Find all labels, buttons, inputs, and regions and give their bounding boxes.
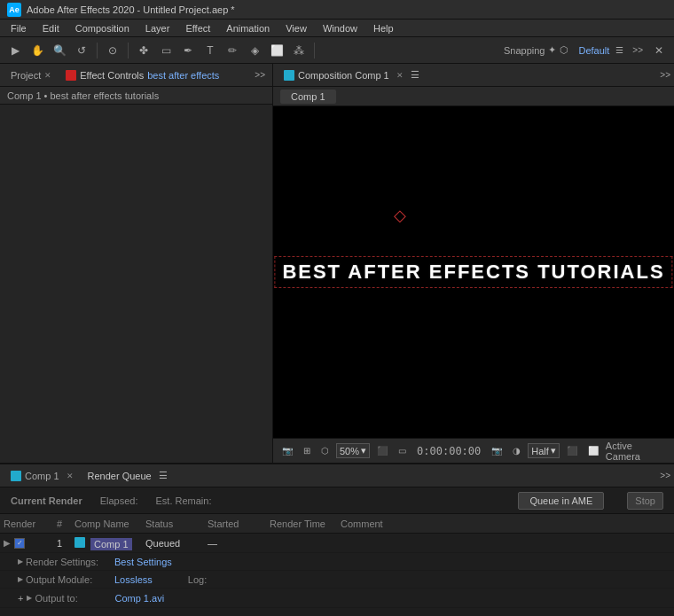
project-tab-close[interactable]: ✕ xyxy=(44,71,51,80)
col-header-rendertime: Render Time xyxy=(270,519,341,529)
menu-file[interactable]: File xyxy=(4,21,34,35)
elapsed-label: Elapsed: xyxy=(100,495,138,506)
snapping-label: Snapping xyxy=(504,45,545,56)
quality-value: Half xyxy=(531,446,549,456)
menu-animation[interactable]: Animation xyxy=(219,21,277,35)
tool-pen[interactable]: ✒ xyxy=(178,41,198,60)
menu-effect[interactable]: Effect xyxy=(178,21,217,35)
breadcrumb: Comp 1 • best after effects tutorials xyxy=(7,90,159,101)
workspace-menu-btn[interactable]: ☰ xyxy=(612,43,626,58)
est-remain-label: Est. Remain: xyxy=(156,495,212,506)
render-check: ▶ ✓ xyxy=(4,538,57,549)
tab-project[interactable]: Project ✕ xyxy=(4,67,59,83)
comp-tab-menu[interactable]: ☰ xyxy=(411,69,419,81)
output-module-value[interactable]: Lossless xyxy=(114,574,153,585)
comp1-tab-close[interactable]: ✕ xyxy=(67,472,74,480)
col-header-comment: Comment xyxy=(341,519,670,529)
render-settings-value[interactable]: Best Settings xyxy=(114,557,172,567)
viewer-grid-btn[interactable]: ⊞ xyxy=(300,444,314,457)
effect-controls-icon xyxy=(66,70,76,81)
col-header-status: Status xyxy=(145,519,208,529)
queue-in-ame-button[interactable]: Queue in AME xyxy=(518,492,604,510)
output-area: ▶ Output Module: Lossless Log: ✓ Errors … xyxy=(0,571,674,608)
output-to-label: Output to: xyxy=(35,593,114,604)
tool-select[interactable]: ▶ xyxy=(5,41,25,60)
output-module-row: ▶ Output Module: Lossless Log: xyxy=(0,571,674,589)
render-row-1: ▶ ✓ 1 Comp 1 Queued — xyxy=(0,534,674,553)
row-expand-arrow[interactable]: ▶ xyxy=(4,538,11,548)
menu-window[interactable]: Window xyxy=(316,21,364,35)
comp1-tab-icon xyxy=(11,471,21,481)
toolbar-sep-2 xyxy=(128,43,129,58)
viewer-fullscreen-btn[interactable]: ⬜ xyxy=(584,444,602,457)
log-label: Log: xyxy=(188,574,207,585)
tool-zoom[interactable]: 🔍 xyxy=(50,41,69,60)
output-to-row: + ▶ Output to: Comp 1.avi xyxy=(0,589,674,608)
row-comp-label[interactable]: Comp 1 xyxy=(90,538,132,550)
render-checkbox[interactable]: ✓ xyxy=(14,538,25,549)
viewer-res-btn[interactable]: ⬛ xyxy=(563,444,581,457)
row-number: 1 xyxy=(57,538,74,549)
tool-rect[interactable]: ▭ xyxy=(156,41,176,60)
tool-stamp[interactable]: ◈ xyxy=(245,41,264,60)
tool-eraser[interactable]: ⬜ xyxy=(267,41,286,60)
menu-composition[interactable]: Composition xyxy=(68,21,137,35)
tool-brush[interactable]: ✏ xyxy=(223,41,242,60)
timecode-display[interactable]: 0:00:00:00 xyxy=(413,444,484,458)
comp-tab-close[interactable]: ✕ xyxy=(396,71,404,80)
viewer-camera-btn[interactable]: 📷 xyxy=(488,444,506,457)
left-panel-content xyxy=(0,105,272,463)
bottom-section: Comp 1 ✕ Render Queue ☰ >> Current Rende… xyxy=(0,463,674,616)
menu-help[interactable]: Help xyxy=(366,21,401,35)
viewer-region-btn[interactable]: ▭ xyxy=(395,444,410,457)
comp-subtab[interactable]: Comp 1 xyxy=(280,90,336,104)
tab-composition[interactable]: Composition Comp 1 ✕ ☰ xyxy=(277,66,427,83)
zoom-chevron: ▾ xyxy=(361,445,366,456)
render-settings-row: ▶ Render Settings: Best Settings xyxy=(0,553,674,571)
comp-tab-label: Composition Comp 1 xyxy=(298,70,389,81)
output-plus-btn[interactable]: + xyxy=(18,593,23,604)
active-camera-label: Active Camera xyxy=(606,441,669,462)
app-icon: Ae xyxy=(7,3,21,17)
zoom-value: 50% xyxy=(340,446,359,456)
tool-hand[interactable]: ✋ xyxy=(27,41,47,60)
toolbar-close[interactable]: ✕ xyxy=(649,41,669,60)
tab-comp1[interactable]: Comp 1 ✕ xyxy=(4,468,81,484)
output-to-value[interactable]: Comp 1.avi xyxy=(114,593,164,604)
viewer-3d-btn[interactable]: ⬡ xyxy=(317,444,333,457)
comp-tab-expand[interactable]: >> xyxy=(660,70,670,80)
anchor-point-icon: ◇ xyxy=(394,206,406,225)
tool-anchor[interactable]: ✤ xyxy=(134,41,153,60)
zoom-selector[interactable]: 50% ▾ xyxy=(336,443,370,458)
viewer-toolbar: 📷 ⊞ ⬡ 50% ▾ ⬛ ▭ 0:00:00:00 📷 ◑ Half ▾ ⬛ … xyxy=(273,438,674,463)
quality-selector[interactable]: Half ▾ xyxy=(528,443,560,458)
menu-layer[interactable]: Layer xyxy=(138,21,177,35)
viewer-color-btn[interactable]: ◑ xyxy=(509,444,524,457)
tab-effect-controls[interactable]: Effect Controls best after effects xyxy=(59,67,226,83)
tool-rotation[interactable]: ↺ xyxy=(72,41,91,60)
stop-button[interactable]: Stop xyxy=(627,492,663,510)
menu-view[interactable]: View xyxy=(278,21,314,35)
tool-text[interactable]: T xyxy=(200,41,220,60)
toolbar-sep-3 xyxy=(314,43,315,58)
viewer-fit-btn[interactable]: ⬛ xyxy=(373,444,391,457)
bottom-expand[interactable]: >> xyxy=(660,471,670,480)
render-header: Current Render Elapsed: Est. Remain: Que… xyxy=(0,487,674,514)
tool-camera[interactable]: ⊙ xyxy=(103,41,122,60)
viewer-snapshot-btn[interactable]: 📷 xyxy=(278,444,296,457)
effect-controls-comp: best after effects xyxy=(147,70,219,81)
workspace-label: Default xyxy=(578,45,609,56)
render-queue-tab-menu[interactable]: ☰ xyxy=(159,470,168,481)
output-to-chevron: ▶ xyxy=(27,594,32,602)
tab-render-queue[interactable]: Render Queue ☰ xyxy=(81,467,175,484)
toolbar-expand[interactable]: >> xyxy=(629,43,647,57)
title-bar: Ae Adobe After Effects 2020 - Untitled P… xyxy=(0,0,674,19)
tool-puppet[interactable]: ⁂ xyxy=(289,41,309,60)
comp-canvas: ◇ BEST AFTER EFFECTS TUTORIALS xyxy=(273,106,674,438)
menu-edit[interactable]: Edit xyxy=(35,21,67,35)
comp-panel-tabs: Composition Comp 1 ✕ ☰ >> xyxy=(273,64,674,87)
menu-bar: File Edit Composition Layer Effect Anima… xyxy=(0,19,674,37)
col-header-hash: # xyxy=(57,519,74,529)
render-table-header: Render # Comp Name Status Started Render… xyxy=(0,514,674,534)
left-panel-expand[interactable]: >> xyxy=(251,68,269,82)
